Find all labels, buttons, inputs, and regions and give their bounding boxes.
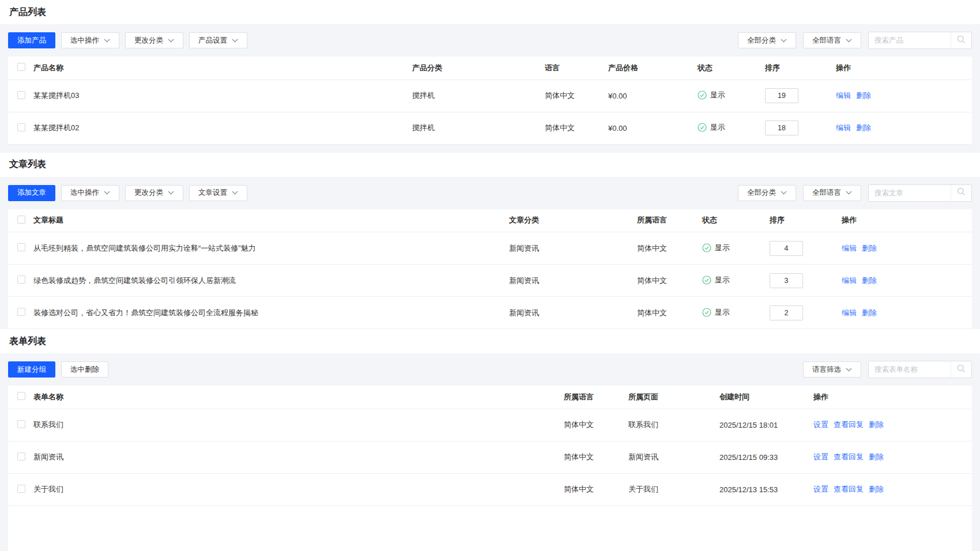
products-change-category-dropdown[interactable]: 更改分类: [125, 32, 183, 48]
sort-input[interactable]: [770, 305, 803, 320]
articles-settings-dropdown[interactable]: 文章设置: [189, 185, 247, 201]
articles-selected-ops-dropdown[interactable]: 选中操作: [61, 185, 119, 201]
articles-search-button[interactable]: [951, 185, 971, 201]
delete-link[interactable]: 删除: [856, 123, 871, 132]
products-category-filter-dropdown[interactable]: 全部分类: [738, 32, 796, 48]
products-section-title: 产品列表: [0, 0, 980, 24]
view-replies-link[interactable]: 查看回复: [834, 420, 864, 429]
form-name: 关于我们: [33, 484, 564, 495]
col-product-sort: 排序: [765, 56, 836, 80]
chevron-down-icon: [781, 191, 787, 195]
col-product-ops: 操作: [836, 56, 972, 80]
chevron-down-icon: [781, 39, 787, 43]
col-form-page: 所属页面: [628, 386, 719, 409]
row-checkbox[interactable]: [17, 243, 25, 251]
sort-input[interactable]: [765, 120, 798, 135]
col-article-sort: 排序: [770, 209, 842, 232]
edit-link[interactable]: 编辑: [842, 244, 857, 252]
forms-search-input[interactable]: [869, 361, 951, 378]
add-product-button[interactable]: 添加产品: [8, 32, 55, 48]
delete-link[interactable]: 删除: [869, 452, 884, 461]
row-checkbox[interactable]: [17, 420, 25, 428]
row-checkbox[interactable]: [17, 123, 25, 131]
delete-link[interactable]: 删除: [862, 308, 877, 317]
articles-select-all-checkbox[interactable]: [17, 216, 25, 224]
delete-link[interactable]: 删除: [862, 244, 877, 252]
products-selected-ops-dropdown[interactable]: 选中操作: [61, 32, 119, 48]
settings-link[interactable]: 设置: [813, 420, 828, 429]
article-category: 新闻资讯: [509, 265, 637, 297]
form-row: 联系我们 简体中文 联系我们 2025/12/15 18:01 设置查看回复删除: [8, 409, 972, 441]
articles-language-filter-dropdown[interactable]: 全部语言: [803, 185, 861, 201]
form-page: 新闻资讯: [628, 441, 719, 473]
product-row: 某某搅拌机02 搅拌机 简体中文 ¥0.00 显示 编辑删除: [8, 112, 972, 144]
delete-link[interactable]: 删除: [856, 91, 871, 100]
form-created: 2025/12/13 15:53: [719, 473, 813, 505]
products-search-button[interactable]: [951, 32, 971, 48]
view-replies-link[interactable]: 查看回复: [834, 452, 864, 461]
status-badge: 显示: [702, 307, 730, 318]
row-checkbox[interactable]: [17, 308, 25, 316]
chevron-down-icon: [168, 39, 174, 43]
row-checkbox[interactable]: [17, 91, 25, 99]
sort-input[interactable]: [765, 88, 798, 103]
chevron-down-icon: [232, 39, 238, 43]
edit-link[interactable]: 编辑: [842, 276, 857, 285]
sort-input[interactable]: [770, 241, 803, 256]
products-toolbar: 添加产品 选中操作 更改分类 产品设置 全部分类 全部语言: [8, 32, 972, 48]
check-circle-icon: [698, 123, 707, 132]
product-language: 简体中文: [545, 112, 608, 144]
col-form-created: 创建时间: [719, 386, 813, 409]
products-settings-dropdown[interactable]: 产品设置: [189, 32, 247, 48]
delete-link[interactable]: 删除: [869, 485, 884, 493]
delete-selected-button[interactable]: 选中删除: [61, 361, 108, 378]
articles-category-filter-dropdown[interactable]: 全部分类: [738, 185, 796, 201]
search-icon: [956, 187, 966, 199]
row-checkbox[interactable]: [17, 485, 25, 493]
chevron-down-icon: [846, 368, 852, 372]
new-group-button[interactable]: 新建分组: [8, 361, 55, 378]
products-table: 产品名称 产品分类 语言 产品价格 状态 排序 操作 某某搅拌机03 搅拌机: [8, 56, 972, 145]
articles-change-category-dropdown[interactable]: 更改分类: [125, 185, 183, 201]
forms-section-title: 表单列表: [0, 329, 980, 353]
settings-link[interactable]: 设置: [813, 452, 828, 461]
add-article-button[interactable]: 添加文章: [8, 185, 55, 201]
view-replies-link[interactable]: 查看回复: [834, 485, 864, 493]
forms-search-button[interactable]: [951, 361, 971, 378]
delete-link[interactable]: 删除: [869, 420, 884, 429]
form-page: 联系我们: [628, 409, 719, 441]
check-circle-icon: [702, 276, 711, 285]
form-row: 新闻资讯 简体中文 新闻资讯 2025/12/15 09:33 设置查看回复删除: [8, 441, 972, 473]
forms-toolbar: 新建分组 选中删除 语言筛选: [8, 361, 972, 378]
check-circle-icon: [698, 90, 707, 100]
form-name: 新闻资讯: [33, 452, 564, 462]
delete-link[interactable]: 删除: [862, 276, 877, 285]
edit-link[interactable]: 编辑: [836, 91, 851, 100]
sort-input[interactable]: [770, 273, 803, 288]
forms-select-all-checkbox[interactable]: [17, 392, 25, 400]
form-created: 2025/12/15 18:01: [719, 409, 813, 441]
products-select-all-checkbox[interactable]: [17, 63, 25, 71]
settings-link[interactable]: 设置: [813, 485, 828, 493]
products-language-filter-dropdown[interactable]: 全部语言: [803, 32, 861, 48]
form-name: 联系我们: [33, 420, 564, 430]
col-product-language: 语言: [545, 56, 608, 80]
col-form-ops: 操作: [813, 386, 972, 409]
status-badge: 显示: [702, 243, 730, 253]
form-language: 简体中文: [564, 473, 628, 505]
edit-link[interactable]: 编辑: [836, 123, 851, 132]
chevron-down-icon: [104, 191, 110, 195]
edit-link[interactable]: 编辑: [842, 308, 857, 317]
row-checkbox[interactable]: [17, 276, 25, 284]
article-row: 绿色装修成趋势，鼎筑空间建筑装修公司引领环保人居新潮流 新闻资讯 简体中文 显示…: [8, 265, 972, 297]
form-language: 简体中文: [564, 409, 628, 441]
article-language: 简体中文: [637, 297, 702, 329]
col-article-ops: 操作: [842, 209, 972, 232]
forms-filters: 语言筛选: [796, 361, 972, 378]
articles-search-input[interactable]: [869, 185, 951, 201]
products-search-input[interactable]: [869, 32, 951, 48]
product-category: 搅拌机: [412, 80, 545, 112]
product-category: 搅拌机: [412, 112, 545, 144]
row-checkbox[interactable]: [17, 452, 25, 461]
forms-language-filter-dropdown[interactable]: 语言筛选: [803, 361, 861, 378]
